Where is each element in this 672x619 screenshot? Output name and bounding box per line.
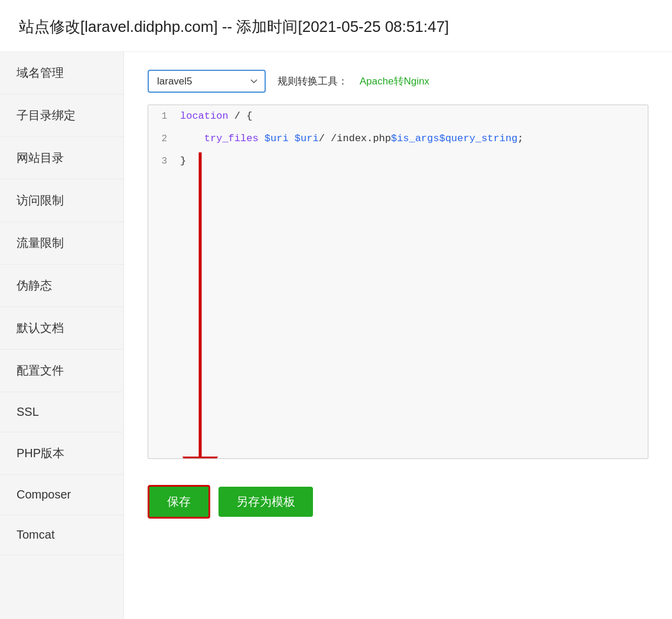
rule-link[interactable]: Apache转Nginx bbox=[360, 74, 429, 88]
sidebar-item-default-doc[interactable]: 默认文档 bbox=[0, 307, 123, 350]
line-content-2: try_files $uri $uri/ /index.php$is_args$… bbox=[178, 128, 648, 150]
save-button[interactable]: 保存 bbox=[148, 485, 210, 519]
template-select[interactable]: laravel5 laravel thinkphp wordpress defa… bbox=[148, 70, 266, 93]
sidebar-item-access[interactable]: 访问限制 bbox=[0, 180, 123, 222]
sidebar-item-composer[interactable]: Composer bbox=[0, 475, 123, 515]
sidebar-item-domain[interactable]: 域名管理 bbox=[0, 52, 123, 95]
line-number-1: 1 bbox=[148, 105, 178, 128]
code-line-2: 2 try_files $uri $uri/ /index.php$is_arg… bbox=[148, 128, 648, 150]
toolbar: laravel5 laravel thinkphp wordpress defa… bbox=[148, 70, 648, 93]
code-editor-area: 1 location / { 2 try_files $uri $uri/ /i… bbox=[148, 105, 648, 471]
sidebar: 域名管理 子目录绑定 网站目录 访问限制 流量限制 伪静态 默认文档 配置文件 … bbox=[0, 52, 124, 619]
code-line-1: 1 location / { bbox=[148, 105, 648, 128]
sidebar-item-php[interactable]: PHP版本 bbox=[0, 432, 123, 475]
line-content-3: } bbox=[178, 150, 648, 172]
button-row: 保存 另存为模板 bbox=[148, 485, 648, 519]
line-content-1: location / { bbox=[178, 105, 648, 128]
code-editor[interactable]: 1 location / { 2 try_files $uri $uri/ /i… bbox=[148, 105, 648, 459]
sidebar-item-config[interactable]: 配置文件 bbox=[0, 350, 123, 392]
line-number-3: 3 bbox=[148, 150, 178, 172]
sidebar-item-ssl[interactable]: SSL bbox=[0, 392, 123, 432]
main-content: laravel5 laravel thinkphp wordpress defa… bbox=[124, 52, 672, 619]
arrow-icon bbox=[182, 152, 218, 459]
sidebar-item-pseudo[interactable]: 伪静态 bbox=[0, 265, 123, 307]
page-title: 站点修改[laravel.didphp.com] -- 添加时间[2021-05… bbox=[0, 0, 672, 52]
sidebar-item-tomcat[interactable]: Tomcat bbox=[0, 515, 123, 555]
save-template-button[interactable]: 另存为模板 bbox=[218, 487, 313, 517]
code-line-3: 3 } bbox=[148, 150, 648, 172]
code-lines: 1 location / { 2 try_files $uri $uri/ /i… bbox=[148, 105, 648, 172]
sidebar-item-traffic[interactable]: 流量限制 bbox=[0, 222, 123, 265]
sidebar-item-subdir[interactable]: 子目录绑定 bbox=[0, 95, 123, 137]
rule-label: 规则转换工具： bbox=[278, 74, 348, 88]
line-number-2: 2 bbox=[148, 128, 178, 150]
sidebar-item-webdir[interactable]: 网站目录 bbox=[0, 137, 123, 180]
